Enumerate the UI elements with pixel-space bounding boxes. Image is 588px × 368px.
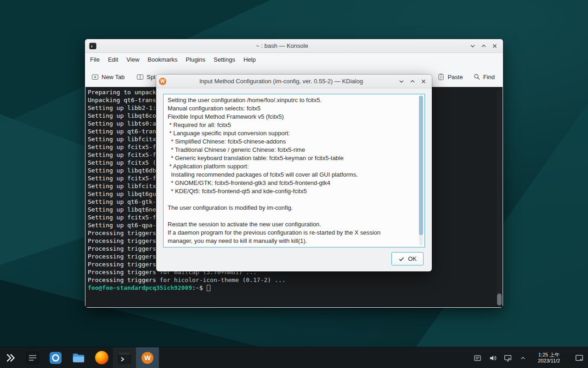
task-icon-firefox[interactable] [90, 347, 113, 368]
close-icon[interactable] [489, 40, 500, 52]
menu-item[interactable]: Edit [104, 53, 122, 67]
terminal-scrollbar-handle[interactable] [497, 293, 502, 305]
dialog-line: * KDE/Qt5: fcitx5-frontend-qt5 and kde-c… [168, 187, 420, 196]
dialog-line: See im-config(8) and /usr/share/doc/im-c… [168, 245, 420, 247]
konsole-icon [118, 351, 131, 365]
close-icon[interactable] [418, 76, 429, 87]
launcher-icon [5, 352, 17, 364]
im-config-icon: W [141, 352, 153, 364]
split-view-label: Spl [147, 74, 155, 80]
prompt-path: ~ [196, 284, 199, 292]
task-icon-im-config[interactable]: W [136, 347, 159, 368]
dialog-text: Setting the user configuration /home/foo… [168, 96, 420, 247]
dialog-text-area[interactable]: Setting the user configuration /home/foo… [163, 94, 425, 247]
taskbar: W 1:25 上午 2023/11/2 [0, 347, 588, 368]
dialog-scrollbar[interactable] [419, 96, 423, 246]
konsole-app-icon [89, 42, 97, 50]
clock-date: 2023/11/2 [538, 358, 560, 364]
paste-icon [437, 73, 445, 80]
application-launcher-button[interactable] [0, 347, 21, 368]
dialog-line: * Required for all: fcitx5 [168, 121, 420, 129]
digital-clock[interactable]: 1:25 上午 2023/11/2 [538, 352, 560, 364]
maximize-icon[interactable] [407, 76, 418, 87]
minimize-icon[interactable] [396, 76, 407, 87]
volume-icon[interactable] [489, 354, 497, 362]
kdialog-window: W Input Method Configuration (im-config,… [156, 75, 432, 271]
terminal-line: Processing triggers for hicolor-icon-the… [85, 276, 503, 284]
dialog-line: * Traditional Chinese / generic Chinese:… [168, 146, 420, 154]
dialog-line: Restart the session to activate the new … [168, 220, 420, 229]
prompt-user-host: foo@foo-standardpcq35ich92009 [88, 284, 192, 292]
ok-button-label: OK [408, 255, 417, 262]
dialog-line: The user configuration is modified by im… [168, 204, 420, 212]
im-config-app-icon: W [159, 78, 166, 85]
find-label: Find [483, 74, 495, 80]
find-button[interactable]: Find [473, 73, 495, 80]
clock-time: 1:25 上午 [538, 352, 560, 358]
dialog-line: Flexible Input Method Framework v5 (fcit… [168, 113, 420, 121]
dialog-line: manager, you may need to kill it manuall… [168, 237, 420, 245]
terminal-scrollbar[interactable] [497, 89, 502, 305]
dialog-line: Manual configuration selects: fcitx5 [168, 104, 420, 113]
tray-expand-icon[interactable] [519, 354, 527, 362]
menu-item[interactable]: Settings [209, 53, 239, 67]
dialog-line: Setting the user configuration /home/foo… [168, 96, 420, 104]
dialog-line: * GNOME/GTK: fcitx5-frontend-gtk3 and fc… [168, 179, 420, 187]
dialog-line: Installing recommended packages of fcitx… [168, 171, 420, 179]
menu-item[interactable]: Plugins [181, 53, 209, 67]
show-desktop-icon[interactable] [575, 354, 583, 362]
firefox-icon [95, 351, 108, 364]
konsole-menubar: FileEditViewBookmarksPluginsSettingsHelp [85, 53, 503, 67]
window-title: ~ : bash — Konsole [97, 42, 467, 49]
system-tray: 1:25 上午 2023/11/2 [474, 347, 588, 368]
window-title: Input Method Configuration (im-config, v… [166, 78, 396, 85]
ok-button[interactable]: OK [391, 252, 424, 265]
folder-icon [72, 351, 85, 365]
menu-item[interactable]: File [86, 53, 104, 67]
task-icon-pager[interactable] [21, 347, 44, 368]
display-icon[interactable] [504, 354, 512, 362]
new-tab-button[interactable]: New Tab [91, 73, 124, 80]
menu-item[interactable]: Help [239, 53, 260, 67]
dialog-line: * Application platform support: [168, 162, 420, 171]
terminal-prompt-line: foo@foo-standardpcq35ich92009:~$ [85, 284, 503, 292]
paste-button[interactable]: Paste [437, 73, 463, 80]
konsole-titlebar[interactable]: ~ : bash — Konsole [85, 39, 503, 53]
dialog-line: If a daemon program for the previous con… [168, 229, 420, 237]
find-icon [473, 73, 481, 80]
paste-label: Paste [447, 74, 463, 80]
check-icon [398, 256, 405, 262]
new-tab-label: New Tab [102, 74, 124, 80]
menu-item[interactable]: View [122, 53, 143, 67]
new-tab-icon [91, 73, 99, 80]
dialog-scrollbar-handle[interactable] [419, 96, 423, 235]
menu-item[interactable]: Bookmarks [143, 53, 181, 67]
split-view-icon [136, 73, 144, 80]
terminal-cursor [207, 285, 210, 291]
dialog-line: * Generic keyboard translation table: fc… [168, 154, 420, 162]
desktop: ~ : bash — Konsole FileEditViewBookmarks… [0, 0, 588, 368]
kdialog-titlebar[interactable]: W Input Method Configuration (im-config,… [156, 75, 432, 88]
split-view-button[interactable]: Spl [136, 73, 155, 80]
maximize-icon[interactable] [478, 40, 489, 52]
minimize-icon[interactable] [467, 40, 478, 52]
dialog-line [168, 196, 420, 204]
task-icon-konsole[interactable] [113, 347, 136, 368]
dialog-line: * Simplified Chinese: fcitx5-chinese-add… [168, 138, 420, 146]
task-icon-blue-tool[interactable] [44, 347, 67, 368]
dialog-line [168, 212, 420, 220]
dialog-line: * Language specific input conversion sup… [168, 129, 420, 138]
notifications-icon[interactable] [474, 354, 482, 362]
task-icon-file-manager[interactable] [67, 347, 90, 368]
